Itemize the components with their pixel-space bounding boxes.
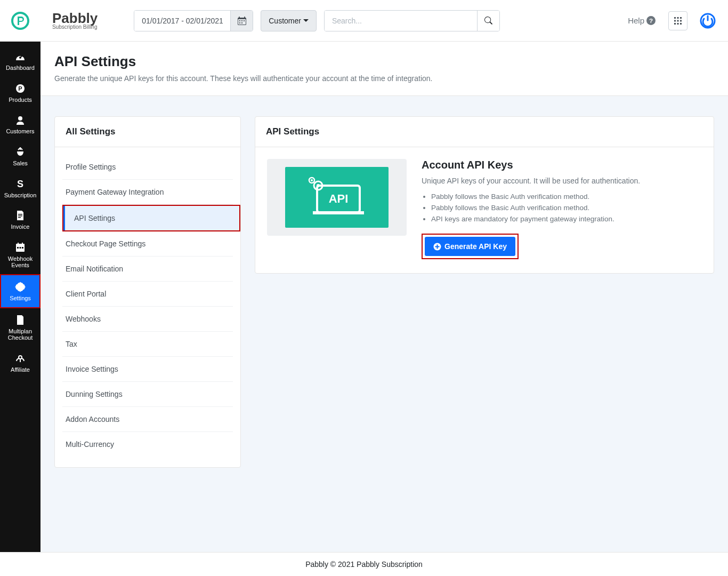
settings-item-profile[interactable]: Profile Settings bbox=[62, 155, 233, 180]
settings-item-checkout-page[interactable]: Checkout Page Settings bbox=[62, 231, 233, 257]
settings-item-addon[interactable]: Addon Accounts bbox=[62, 407, 233, 432]
footer: Pabbly © 2021 Pabbly Subscription bbox=[0, 552, 728, 576]
svg-rect-10 bbox=[677, 23, 679, 25]
svg-rect-30 bbox=[313, 211, 364, 214]
sidebar-item-products[interactable]: P Products bbox=[0, 77, 41, 109]
settings-item-webhooks[interactable]: Webhooks bbox=[62, 307, 233, 332]
sidebar-item-webhook-events[interactable]: Webhook Events bbox=[0, 236, 41, 274]
customers-icon bbox=[14, 115, 26, 125]
sidebar-item-label: Settings bbox=[10, 295, 31, 302]
svg-rect-26 bbox=[20, 247, 21, 249]
svg-rect-23 bbox=[18, 243, 19, 245]
settings-item-api[interactable]: API Settings bbox=[63, 206, 239, 230]
generate-api-key-button[interactable]: Generate API Key bbox=[425, 237, 515, 256]
page-header: API Settings Generate the unique API key… bbox=[41, 42, 728, 96]
all-settings-card: All Settings Profile Settings Payment Ga… bbox=[54, 116, 241, 468]
settings-item-invoice[interactable]: Invoice Settings bbox=[62, 357, 233, 382]
search-group bbox=[324, 10, 500, 31]
logout-button[interactable] bbox=[698, 11, 717, 30]
date-range-input[interactable] bbox=[134, 11, 230, 31]
api-bullet: Pabbly follows the Basic Auth verificati… bbox=[431, 193, 702, 201]
dashboard-icon bbox=[14, 51, 26, 62]
invoice-icon bbox=[14, 210, 26, 221]
settings-list: Profile Settings Payment Gateway Integra… bbox=[55, 155, 240, 457]
svg-rect-9 bbox=[674, 23, 676, 25]
webhook-events-icon bbox=[14, 242, 26, 253]
help-icon: ? bbox=[646, 16, 656, 25]
sidebar-item-label: Subscription bbox=[4, 192, 37, 199]
sidebar-item-subscription[interactable]: S Subscription bbox=[0, 172, 41, 204]
brand-text: Pabbly Subscription Billing bbox=[52, 11, 98, 30]
sidebar-item-label: Dashboard bbox=[6, 65, 35, 71]
products-icon: P bbox=[14, 83, 26, 94]
svg-rect-24 bbox=[22, 243, 23, 245]
sidebar-item-label: Affiliate bbox=[11, 366, 30, 373]
svg-point-16 bbox=[18, 116, 22, 121]
search-button[interactable] bbox=[477, 11, 499, 31]
power-icon bbox=[700, 13, 716, 29]
page-title: API Settings bbox=[54, 53, 714, 70]
customer-dropdown-label: Customer bbox=[269, 17, 301, 25]
svg-rect-3 bbox=[674, 17, 676, 19]
sidebar-item-label: Webhook Events bbox=[2, 255, 38, 269]
svg-rect-6 bbox=[674, 20, 676, 21]
svg-text:S: S bbox=[17, 179, 23, 189]
svg-point-28 bbox=[19, 356, 22, 359]
svg-text:?: ? bbox=[649, 17, 653, 24]
sidebar-item-settings[interactable]: Settings bbox=[1, 275, 39, 307]
svg-point-32 bbox=[317, 184, 320, 187]
calendar-button[interactable] bbox=[230, 11, 253, 31]
svg-rect-4 bbox=[677, 17, 679, 19]
svg-rect-5 bbox=[680, 17, 682, 19]
api-keys-subtitle: Unique API keys of your account. It will… bbox=[422, 177, 702, 185]
svg-rect-38 bbox=[435, 246, 440, 247]
help-link[interactable]: Help ? bbox=[628, 16, 656, 25]
chevron-down-icon bbox=[303, 18, 309, 23]
svg-rect-18 bbox=[18, 214, 22, 215]
sidebar-item-affiliate[interactable]: Affiliate bbox=[0, 347, 41, 379]
sidebar-item-label: Invoice bbox=[11, 223, 30, 230]
footer-text: Pabbly © 2021 Pabbly Subscription bbox=[305, 560, 423, 569]
apps-button[interactable] bbox=[668, 11, 687, 30]
svg-rect-19 bbox=[18, 215, 22, 217]
calendar-icon bbox=[238, 17, 246, 25]
sidebar-item-multiplan-checkout[interactable]: Multiplan Checkout bbox=[0, 308, 41, 347]
search-input[interactable] bbox=[325, 11, 477, 31]
sidebar-item-dashboard[interactable]: Dashboard bbox=[0, 45, 41, 77]
settings-item-email-notification[interactable]: Email Notification bbox=[62, 257, 233, 282]
settings-item-dunning[interactable]: Dunning Settings bbox=[62, 382, 233, 407]
content: API Settings Generate the unique API key… bbox=[41, 42, 728, 552]
customer-dropdown[interactable]: Customer bbox=[261, 10, 317, 31]
api-bullet: API keys are mandatory for payment gatew… bbox=[431, 215, 702, 223]
sidebar-item-sales[interactable]: Sales bbox=[0, 140, 41, 172]
brand-logo[interactable] bbox=[0, 12, 41, 30]
affiliate-icon bbox=[14, 353, 26, 364]
sidebar-item-label: Products bbox=[9, 97, 31, 103]
sidebar-item-invoice[interactable]: Invoice bbox=[0, 204, 41, 236]
settings-item-payment-gateway[interactable]: Payment Gateway Integration bbox=[62, 180, 233, 205]
plus-circle-icon bbox=[433, 243, 441, 251]
svg-rect-27 bbox=[22, 247, 23, 249]
generate-api-key-highlight: Generate API Key bbox=[422, 234, 519, 259]
api-settings-heading: API Settings bbox=[255, 117, 714, 147]
sidebar: Dashboard P Products Customers Sales S S… bbox=[0, 42, 41, 552]
sales-icon bbox=[14, 147, 26, 157]
sidebar-item-customers[interactable]: Customers bbox=[0, 108, 41, 140]
settings-item-client-portal[interactable]: Client Portal bbox=[62, 282, 233, 307]
svg-rect-7 bbox=[677, 20, 679, 21]
sidebar-item-settings-highlight: Settings bbox=[0, 274, 41, 308]
api-keys-bullets: Pabbly follows the Basic Auth verificati… bbox=[422, 193, 702, 223]
search-icon bbox=[484, 17, 492, 25]
multiplan-icon bbox=[14, 315, 26, 325]
svg-rect-20 bbox=[18, 217, 21, 218]
svg-text:P: P bbox=[18, 85, 22, 92]
all-settings-heading: All Settings bbox=[55, 117, 240, 147]
sidebar-item-label: Sales bbox=[13, 160, 28, 167]
svg-rect-8 bbox=[680, 20, 682, 21]
api-keys-title: Account API Keys bbox=[422, 159, 702, 171]
settings-item-multi-currency[interactable]: Multi-Currency bbox=[62, 432, 233, 457]
generate-api-key-label: Generate API Key bbox=[444, 242, 507, 251]
svg-point-34 bbox=[311, 179, 313, 181]
brand-tagline: Subscription Billing bbox=[52, 24, 98, 30]
settings-item-tax[interactable]: Tax bbox=[62, 332, 233, 357]
